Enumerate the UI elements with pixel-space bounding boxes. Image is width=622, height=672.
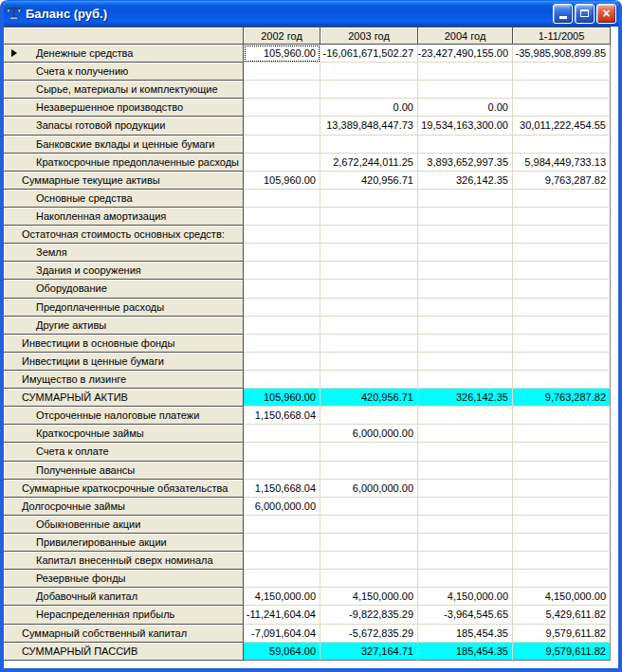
row-header[interactable]: Счета к оплате [4, 443, 244, 461]
table-cell[interactable]: 5,429,611.82 [513, 606, 611, 624]
table-cell[interactable] [513, 280, 611, 298]
table-cell[interactable] [418, 425, 513, 443]
row-header[interactable]: Инвестиции в ценные бумаги [4, 353, 244, 371]
row-header[interactable]: Запасы готовой продукции [4, 117, 244, 135]
table-cell[interactable]: -23,427,490,155.00 [418, 45, 513, 63]
table-cell[interactable]: -3,964,545.65 [418, 606, 513, 624]
table-cell[interactable] [513, 335, 611, 353]
row-header[interactable]: Краткосрочные предоплаченные расходы [4, 154, 244, 172]
row-header[interactable]: Сырье, материалы и комплектующие [4, 81, 244, 99]
table-cell[interactable] [513, 516, 611, 534]
table-cell[interactable] [513, 425, 611, 443]
table-cell[interactable] [513, 552, 611, 570]
row-header[interactable]: Денежные средства [4, 45, 244, 63]
table-cell[interactable] [320, 534, 418, 552]
table-cell[interactable] [244, 534, 320, 552]
table-cell[interactable] [244, 63, 320, 81]
row-header[interactable]: Здания и сооружения [4, 262, 244, 280]
table-cell[interactable] [418, 371, 513, 389]
table-cell[interactable] [418, 190, 513, 208]
table-cell[interactable] [320, 190, 418, 208]
table-cell[interactable]: 0.00 [418, 99, 513, 117]
table-cell[interactable] [244, 81, 320, 99]
table-cell[interactable]: 326,142.35 [418, 172, 513, 190]
table-cell[interactable]: 2,672,244,011.25 [320, 154, 418, 172]
row-header[interactable]: Долгосрочные займы [4, 498, 244, 516]
row-header[interactable]: Накопленная амортизация [4, 208, 244, 226]
table-cell[interactable]: -16,061,671,502.27 [320, 45, 418, 63]
table-cell[interactable]: 30,011,222,454.55 [513, 117, 611, 135]
table-cell[interactable] [418, 317, 513, 335]
table-cell[interactable]: 105,960.00 [244, 45, 320, 63]
table-cell[interactable] [320, 407, 418, 425]
table-cell[interactable] [418, 244, 513, 262]
table-cell[interactable]: 9,579,611.82 [513, 625, 611, 643]
row-header[interactable]: Земля [4, 244, 244, 262]
table-cell[interactable] [244, 190, 320, 208]
table-cell[interactable] [320, 552, 418, 570]
table-cell[interactable] [418, 353, 513, 371]
table-cell[interactable] [513, 63, 611, 81]
table-cell[interactable] [244, 353, 320, 371]
table-cell[interactable] [244, 371, 320, 389]
table-cell[interactable]: 105,960.00 [244, 172, 320, 190]
table-cell[interactable]: 3,893,652,997.35 [418, 154, 513, 172]
table-cell[interactable] [244, 99, 320, 117]
table-cell[interactable] [418, 570, 513, 588]
table-cell[interactable] [320, 516, 418, 534]
table-cell[interactable] [513, 136, 611, 154]
table-cell[interactable]: 9,579,611.82 [513, 643, 611, 661]
table-cell[interactable] [513, 208, 611, 226]
table-cell[interactable]: 326,142.35 [418, 389, 513, 407]
table-cell[interactable] [418, 407, 513, 425]
row-header[interactable]: СУММАРНЫЙ АКТИВ [4, 389, 244, 407]
row-header[interactable]: Привилегированные акции [4, 534, 244, 552]
table-cell[interactable] [418, 208, 513, 226]
table-cell[interactable] [418, 462, 513, 480]
row-header[interactable]: Суммарные текущие активы [4, 172, 244, 190]
table-cell[interactable]: 4,150,000.00 [513, 588, 611, 606]
table-cell[interactable] [320, 371, 418, 389]
table-cell[interactable]: -11,241,604.04 [244, 606, 320, 624]
table-cell[interactable] [320, 208, 418, 226]
table-cell[interactable] [320, 317, 418, 335]
table-cell[interactable] [244, 552, 320, 570]
table-cell[interactable]: 185,454.35 [418, 625, 513, 643]
row-header[interactable]: Остаточная стоимость основных средств: [4, 226, 244, 244]
table-cell[interactable]: 19,534,163,300.00 [418, 117, 513, 135]
table-cell[interactable] [513, 443, 611, 461]
table-cell[interactable] [513, 534, 611, 552]
row-header[interactable]: Обыкновенные акции [4, 516, 244, 534]
table-cell[interactable] [513, 262, 611, 280]
table-cell[interactable] [244, 462, 320, 480]
table-cell[interactable] [513, 407, 611, 425]
table-cell[interactable] [320, 443, 418, 461]
row-header[interactable]: Незавершенное производство [4, 99, 244, 117]
table-cell[interactable] [418, 81, 513, 99]
table-cell[interactable] [244, 570, 320, 588]
table-cell[interactable] [513, 299, 611, 317]
row-header[interactable]: СУММАРНЫЙ ПАССИВ [4, 643, 244, 661]
table-cell[interactable] [513, 317, 611, 335]
row-header[interactable]: Нераспределенная прибыль [4, 606, 244, 624]
table-cell[interactable] [418, 480, 513, 498]
close-button[interactable]: × [596, 4, 616, 24]
table-cell[interactable] [320, 498, 418, 516]
table-cell[interactable] [244, 425, 320, 443]
table-cell[interactable] [244, 117, 320, 135]
table-cell[interactable]: 420,956.71 [320, 172, 418, 190]
row-header[interactable]: Резервные фонды [4, 570, 244, 588]
table-cell[interactable] [244, 244, 320, 262]
table-cell[interactable]: 4,150,000.00 [244, 588, 320, 606]
table-cell[interactable] [418, 136, 513, 154]
row-header[interactable]: Отсроченные налоговые платежи [4, 407, 244, 425]
maximize-button[interactable] [575, 4, 595, 24]
table-cell[interactable]: 105,960.00 [244, 389, 320, 407]
table-cell[interactable]: 1,150,668.04 [244, 480, 320, 498]
table-cell[interactable] [320, 570, 418, 588]
table-cell[interactable] [418, 299, 513, 317]
table-cell[interactable] [320, 136, 418, 154]
row-header[interactable]: Другие активы [4, 317, 244, 335]
table-cell[interactable]: 59,064.00 [244, 643, 320, 661]
row-header[interactable]: Предоплаченные расходы [4, 299, 244, 317]
